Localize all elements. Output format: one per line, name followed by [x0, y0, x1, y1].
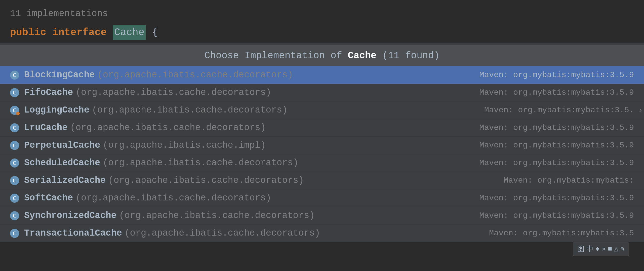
code-line: public interface Cache {	[0, 23, 644, 43]
tray-icon-4: »	[602, 245, 606, 253]
chevron-right-icon: ›	[638, 106, 643, 115]
keyword-public: public	[10, 26, 46, 40]
source-label: Maven: org.mybatis:mybatis:3.5.9	[479, 193, 634, 203]
popup-title-class: Cache	[348, 50, 377, 61]
list-item[interactable]: C BlockingCache (org.apache.ibatis.cache…	[0, 66, 644, 84]
source-label: Maven: org.mybatis:mybatis:3.5.	[484, 105, 634, 115]
code-class-name: Cache	[113, 25, 146, 40]
class-icon: C	[10, 141, 19, 150]
list-item[interactable]: C ScheduledCache (org.apache.ibatis.cach…	[0, 154, 644, 172]
class-name: TransactionalCache	[24, 228, 122, 238]
list-item[interactable]: C SerializedCache (org.apache.ibatis.cac…	[0, 172, 644, 189]
tray-icon-2: 中	[586, 244, 593, 254]
source-label: Maven: org.mybatis:mybatis:3.5.9	[479, 88, 634, 97]
popup-title-prefix: Choose Implementation of	[205, 50, 348, 61]
tray-icon-5: ■	[608, 245, 612, 253]
class-name: ScheduledCache	[24, 158, 100, 168]
class-name: BlockingCache	[24, 70, 95, 80]
source-label: Maven: org.mybatis:mybatis:3.5.9	[479, 158, 634, 168]
list-item[interactable]: C PerpetualCache (org.apache.ibatis.cach…	[0, 137, 644, 154]
source-label: Maven: org.mybatis:mybatis:3.5	[489, 229, 634, 238]
implementation-popup: Choose Implementation of Cache (11 found…	[0, 45, 644, 242]
class-name: SynchronizedCache	[24, 210, 116, 221]
implementations-count-top: 11 implementations	[0, 5, 644, 23]
class-icon: C	[10, 176, 19, 185]
tray-icon-6: △	[614, 245, 618, 253]
list-item[interactable]: C SynchronizedCache (org.apache.ibatis.c…	[0, 207, 644, 225]
package-name: (org.apache.ibatis.cache.impl)	[103, 140, 266, 150]
package-name: (org.apache.ibatis.cache.decorators)	[103, 158, 298, 168]
source-label: Maven: org.mybatis:mybatis:	[504, 176, 634, 185]
tray-icon-1: 图	[577, 244, 584, 254]
package-name: (org.apache.ibatis.cache.decorators)	[119, 210, 315, 221]
package-name: (org.apache.ibatis.cache.decorators)	[97, 70, 293, 80]
open-brace: {	[152, 26, 158, 40]
system-tray: 图 中 ♦ » ■ △ ✎	[573, 242, 629, 256]
package-name: (org.apache.ibatis.cache.decorators)	[92, 105, 288, 115]
source-label: Maven: org.mybatis:mybatis:3.5.9	[479, 123, 634, 132]
class-icon: C	[10, 229, 19, 238]
class-name: SoftCache	[24, 193, 73, 203]
class-icon: C	[10, 211, 19, 220]
class-name: FifoCache	[24, 87, 73, 98]
package-name: (org.apache.ibatis.cache.decorators)	[70, 123, 266, 133]
tray-icon-7: ✎	[620, 245, 625, 253]
class-icon: C	[10, 194, 19, 203]
keyword-interface: interface	[52, 26, 107, 40]
source-label: Maven: org.mybatis:mybatis:3.5.9	[479, 70, 634, 80]
class-icon: C	[10, 88, 19, 97]
class-icon: C	[10, 106, 19, 115]
class-name: SerializedCache	[24, 175, 106, 186]
package-name: (org.apache.ibatis.cache.decorators)	[75, 193, 271, 203]
list-item[interactable]: C TransactionalCache (org.apache.ibatis.…	[0, 225, 644, 242]
implementation-list: C BlockingCache (org.apache.ibatis.cache…	[0, 66, 644, 242]
class-name: LruCache	[24, 123, 68, 133]
class-name: PerpetualCache	[24, 140, 100, 150]
class-icon: C	[10, 123, 19, 132]
popup-title-suffix: (11 found)	[377, 50, 440, 61]
list-item[interactable]: C LruCache (org.apache.ibatis.cache.deco…	[0, 119, 644, 137]
list-item[interactable]: C FifoCache (org.apache.ibatis.cache.dec…	[0, 84, 644, 101]
source-label: Maven: org.mybatis:mybatis:3.5.9	[479, 141, 634, 150]
package-name: (org.apache.ibatis.cache.decorators)	[108, 175, 304, 186]
class-icon: C	[10, 71, 19, 80]
package-name: (org.apache.ibatis.cache.decorators)	[75, 87, 271, 98]
tray-icon-3: ♦	[595, 245, 600, 253]
popup-header: Choose Implementation of Cache (11 found…	[0, 45, 644, 66]
source-label: Maven: org.mybatis:mybatis:3.5.9	[479, 211, 634, 220]
list-item[interactable]: C SoftCache (org.apache.ibatis.cache.dec…	[0, 189, 644, 207]
class-icon: C	[10, 158, 19, 168]
list-item[interactable]: C LoggingCache (org.apache.ibatis.cache.…	[0, 101, 644, 119]
class-name: LoggingCache	[24, 105, 89, 115]
package-name: (org.apache.ibatis.cache.decorators)	[125, 228, 320, 238]
